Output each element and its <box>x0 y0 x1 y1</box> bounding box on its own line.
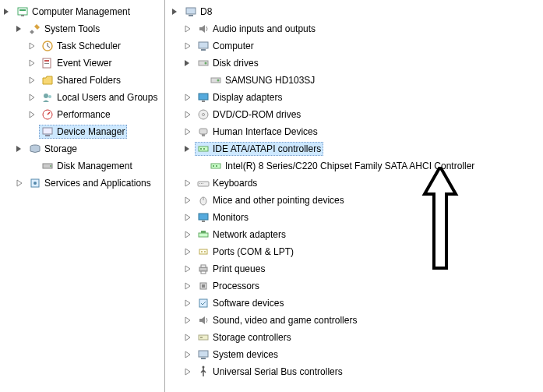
tree-item-disk-drives[interactable]: Disk drives <box>165 55 543 72</box>
expander-collapse-icon[interactable] <box>14 23 25 34</box>
tree-label: Computer Management <box>32 5 130 18</box>
mouse-icon <box>197 194 210 207</box>
storage-icon <box>29 143 41 155</box>
svg-rect-46 <box>199 233 208 237</box>
expander-expand-icon[interactable] <box>26 41 37 51</box>
system-icon <box>197 348 210 361</box>
expander-expand-icon[interactable] <box>182 23 193 34</box>
tree-item-usb[interactable]: Universal Serial Bus controllers <box>165 363 543 380</box>
expander-collapse-icon[interactable] <box>182 143 193 154</box>
tree-item-system-devices[interactable]: System devices <box>165 346 543 363</box>
svg-point-25 <box>217 79 220 82</box>
svg-rect-18 <box>186 8 196 14</box>
tree-label: Local Users and Groups <box>57 91 157 104</box>
tree-label: Sound, video and game controllers <box>213 314 357 327</box>
expander-expand-icon[interactable] <box>182 298 193 309</box>
svg-rect-40 <box>201 183 202 184</box>
expander-expand-icon[interactable] <box>182 109 193 120</box>
tree-item-shared-folders[interactable]: Shared Folders <box>0 72 164 89</box>
tree-label: System devices <box>213 348 278 361</box>
tree-item-storage[interactable]: Storage <box>0 140 164 157</box>
port-icon <box>197 245 210 258</box>
expander-expand-icon[interactable] <box>26 75 37 86</box>
tree-root-computer[interactable]: D8 <box>165 3 543 20</box>
expander-expand-icon[interactable] <box>182 195 193 206</box>
event-viewer-icon <box>41 57 54 69</box>
svg-rect-39 <box>199 183 200 184</box>
expander-expand-icon[interactable] <box>26 58 37 69</box>
tree-item-mice[interactable]: Mice and other pointing devices <box>165 192 543 209</box>
tree-item-processors[interactable]: Processors <box>165 277 543 295</box>
computer-icon <box>185 5 197 18</box>
expander-expand-icon[interactable] <box>182 263 193 274</box>
expander-none <box>26 126 37 137</box>
svg-rect-27 <box>202 101 205 102</box>
tree-root-computer-management[interactable]: Computer Management <box>0 3 164 20</box>
expander-expand-icon[interactable] <box>182 366 193 377</box>
sound-icon <box>197 314 210 327</box>
tree-label: Event Viewer <box>57 57 111 69</box>
expander-collapse-icon[interactable] <box>14 143 25 154</box>
svg-rect-56 <box>199 299 207 307</box>
tree-item-dvd[interactable]: DVD/CD-ROM drives <box>165 106 543 123</box>
tree-item-performance[interactable]: Performance <box>0 106 164 123</box>
tree-label: Print queues <box>213 263 265 275</box>
svg-rect-55 <box>202 284 205 288</box>
expander-expand-icon[interactable] <box>182 332 193 343</box>
tree-item-hid[interactable]: Human Interface Devices <box>165 123 543 140</box>
expander-expand-icon[interactable] <box>182 126 193 137</box>
tree-item-task-scheduler[interactable]: Task Scheduler <box>0 37 164 55</box>
svg-point-9 <box>48 95 51 98</box>
expander-expand-icon[interactable] <box>182 349 193 360</box>
expander-expand-icon[interactable] <box>182 246 193 257</box>
expander-expand-icon[interactable] <box>182 229 193 240</box>
network-icon <box>197 228 210 241</box>
svg-rect-19 <box>189 15 193 16</box>
svg-rect-58 <box>200 337 203 338</box>
expander-expand-icon[interactable] <box>182 92 193 103</box>
tree-item-monitors[interactable]: Monitors <box>165 209 543 226</box>
tree-item-print-queues[interactable]: Print queues <box>165 260 543 277</box>
audio-icon <box>197 23 210 35</box>
expander-expand-icon[interactable] <box>14 178 25 189</box>
tree-item-software-devices[interactable]: Software devices <box>165 295 543 312</box>
svg-rect-26 <box>199 94 208 100</box>
expander-expand-icon[interactable] <box>182 281 193 291</box>
tree-item-display-adapters[interactable]: Display adapters <box>165 89 543 106</box>
svg-rect-7 <box>44 63 49 64</box>
expander-expand-icon[interactable] <box>182 212 193 223</box>
expander-expand-icon[interactable] <box>26 109 37 120</box>
expander-collapse-icon[interactable] <box>2 6 12 17</box>
expander-expand-icon[interactable] <box>182 41 193 51</box>
tree-item-intel-sata[interactable]: Intel(R) 8 Series/C220 Chipset Family SA… <box>165 157 543 175</box>
expander-collapse-icon[interactable] <box>170 6 181 17</box>
expander-expand-icon[interactable] <box>182 178 193 189</box>
svg-point-49 <box>201 251 203 253</box>
expander-expand-icon[interactable] <box>26 92 37 103</box>
tree-item-system-tools[interactable]: System Tools <box>0 20 164 37</box>
tree-item-local-users[interactable]: Local Users and Groups <box>0 89 164 106</box>
tree-item-storage-controllers[interactable]: Storage controllers <box>165 329 543 346</box>
tree-item-keyboards[interactable]: Keyboards <box>165 175 543 192</box>
tree-item-network[interactable]: Network adapters <box>165 226 543 243</box>
printer-icon <box>197 263 210 275</box>
expander-none <box>26 161 37 171</box>
tree-item-sound-video[interactable]: Sound, video and game controllers <box>165 312 543 329</box>
tree-item-audio[interactable]: Audio inputs and outputs <box>165 20 543 37</box>
svg-rect-31 <box>202 134 205 136</box>
main-container: Computer Management System Tools <box>0 0 543 392</box>
tree-label: Universal Serial Bus controllers <box>213 366 343 378</box>
expander-collapse-icon[interactable] <box>182 58 193 69</box>
expander-expand-icon[interactable] <box>182 315 193 326</box>
tree-item-computer-cat[interactable]: Computer <box>165 37 543 55</box>
tree-item-ports[interactable]: Ports (COM & LPT) <box>165 243 543 260</box>
clock-icon <box>41 40 54 52</box>
svg-rect-44 <box>199 214 208 220</box>
tree-item-event-viewer[interactable]: Event Viewer <box>0 55 164 72</box>
tree-item-disk-management[interactable]: Disk Management <box>0 157 164 175</box>
svg-rect-21 <box>201 49 206 51</box>
tree-item-services-apps[interactable]: Services and Applications <box>0 175 164 192</box>
tree-item-samsung-disk[interactable]: SAMSUNG HD103SJ <box>165 72 543 89</box>
tree-item-ide-ata[interactable]: IDE ATA/ATAPI controllers <box>165 140 543 157</box>
tree-item-device-manager[interactable]: Device Manager <box>0 123 164 140</box>
